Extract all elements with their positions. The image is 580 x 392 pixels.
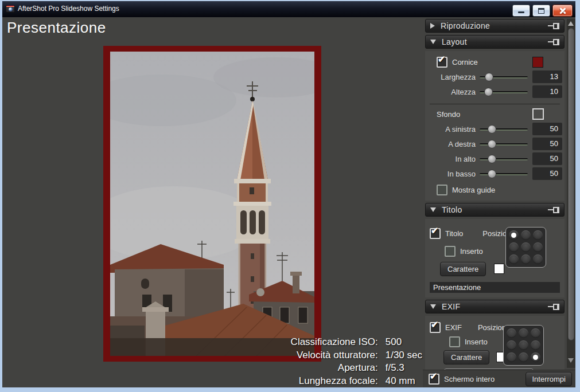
exif-position-grid — [503, 325, 544, 366]
divider — [430, 104, 560, 104]
panel-header-exif[interactable]: EXIF — [425, 300, 565, 313]
position-cell-middle-left[interactable] — [509, 242, 519, 252]
position-cell-top-center[interactable] — [521, 230, 531, 240]
a-sinistra-slider[interactable] — [480, 125, 528, 134]
a-sinistra-value[interactable]: 50 — [532, 123, 562, 135]
bottom-bar: Schermo intero Interrompi — [423, 370, 575, 387]
titolo-text-input[interactable] — [430, 282, 560, 293]
larghezza-slider[interactable] — [480, 73, 528, 81]
settings-sidebar: Riproduzione Layout Cornice Larghezza 1 — [423, 17, 567, 370]
in-basso-value[interactable]: 50 — [532, 167, 562, 180]
slider-thumb[interactable] — [488, 170, 496, 178]
position-cell-bottom-center[interactable] — [519, 352, 528, 362]
titolo-inserto-label: Inserto — [460, 247, 483, 256]
chevron-down-icon — [430, 304, 436, 309]
interrompi-button[interactable]: Interrompi — [525, 372, 572, 386]
window-content: Presentazione — [2, 17, 575, 387]
minimize-button[interactable] — [512, 5, 530, 17]
minimize-icon — [518, 11, 524, 13]
larghezza-value[interactable]: 13 — [532, 70, 562, 83]
window-controls — [512, 5, 573, 17]
pin-icon[interactable] — [548, 207, 559, 213]
panel-body-layout: Cornice Larghezza 13 Altezza 10 Sfondo — [425, 51, 565, 201]
slider-thumb[interactable] — [484, 88, 493, 96]
slideshow-title-text: Presentazione — [7, 19, 106, 37]
cornice-color-swatch[interactable] — [532, 57, 543, 68]
exif-iso-value: 500 — [386, 336, 422, 348]
panel-body-exif: EXIF Posizione Inserto Carattere Classif… — [425, 316, 565, 370]
altezza-slider[interactable] — [480, 88, 528, 96]
schermo-intero-checkbox[interactable] — [429, 374, 439, 385]
titolo-carattere-button[interactable]: Carattere — [440, 262, 486, 276]
in-alto-slider[interactable] — [480, 155, 528, 163]
exif-aperture-value: f/5.3 — [386, 362, 422, 374]
scroll-down-icon[interactable] — [568, 358, 574, 363]
slider-thumb[interactable] — [488, 140, 496, 148]
position-cell-top-right[interactable] — [533, 230, 543, 240]
position-cell-bottom-left[interactable] — [509, 254, 519, 264]
position-cell-bottom-right[interactable] — [531, 352, 540, 362]
slider-label: In alto — [430, 155, 476, 163]
pin-icon[interactable] — [548, 23, 559, 29]
pin-icon[interactable] — [548, 304, 559, 310]
a-destra-slider[interactable] — [480, 140, 528, 148]
sidebar-scrollbar[interactable] — [567, 19, 575, 368]
position-cell-middle-center[interactable] — [521, 242, 531, 252]
app-window: AfterShot Pro Slideshow Settings Present… — [0, 0, 580, 392]
titolo-inserto-checkbox[interactable] — [445, 246, 456, 257]
exif-inserto-label: Inserto — [465, 338, 488, 346]
position-cell-middle-center[interactable] — [519, 340, 528, 350]
titolo-font-color-swatch[interactable] — [494, 264, 504, 274]
scroll-up-icon[interactable] — [568, 21, 574, 26]
schermo-intero-label: Schermo intero — [444, 375, 495, 383]
in-basso-slider[interactable] — [480, 170, 528, 178]
slider-thumb[interactable] — [485, 73, 493, 81]
position-cell-top-left[interactable] — [509, 230, 519, 240]
position-cell-top-right[interactable] — [531, 328, 540, 338]
slider-thumb[interactable] — [488, 125, 496, 134]
position-cell-middle-left[interactable] — [507, 340, 516, 350]
exif-carattere-button[interactable]: Carattere — [443, 350, 489, 364]
position-cell-bottom-left[interactable] — [507, 352, 516, 362]
sfondo-color-swatch[interactable] — [532, 108, 544, 120]
position-cell-top-center[interactable] — [519, 328, 528, 338]
panel-title: Riproduzione — [441, 21, 490, 30]
titolo-checkbox[interactable] — [430, 228, 441, 239]
slider-label: A destra — [430, 140, 476, 148]
panel-header-layout[interactable]: Layout — [425, 35, 565, 49]
position-cell-middle-right[interactable] — [531, 340, 540, 350]
titlebar: AfterShot Pro Slideshow Settings — [2, 1, 575, 17]
mostra-guide-checkbox[interactable] — [437, 185, 447, 195]
close-button[interactable] — [552, 5, 573, 17]
cornice-checkbox[interactable] — [437, 57, 447, 68]
position-cell-bottom-right[interactable] — [533, 254, 543, 264]
in-alto-value[interactable]: 50 — [532, 152, 562, 165]
position-cell-top-left[interactable] — [507, 328, 516, 338]
altezza-value[interactable]: 10 — [532, 85, 562, 98]
slideshow-preview-area: Presentazione — [2, 17, 423, 387]
panel-header-riproduzione[interactable]: Riproduzione — [425, 19, 565, 33]
titolo-position-grid — [505, 227, 546, 268]
position-cell-middle-right[interactable] — [533, 242, 543, 252]
chevron-down-icon — [430, 40, 436, 44]
exif-aperture-label: Apertura: — [291, 362, 378, 374]
exif-checkbox[interactable] — [430, 322, 441, 333]
panel-header-titolo[interactable]: Titolo — [425, 203, 565, 217]
slider-thumb[interactable] — [488, 155, 496, 163]
maximize-button[interactable] — [532, 5, 550, 17]
slider-label: A sinistra — [430, 125, 476, 134]
exif-inserto-checkbox[interactable] — [449, 336, 460, 347]
scrollbar-thumb[interactable] — [568, 28, 574, 340]
a-destra-value[interactable]: 50 — [532, 138, 562, 150]
exif-shutter-value: 1/30 sec — [386, 349, 422, 362]
position-cell-bottom-center[interactable] — [521, 254, 531, 264]
slider-label: Altezza — [430, 88, 476, 96]
pin-icon[interactable] — [548, 39, 559, 45]
chevron-right-icon — [430, 23, 435, 29]
maximize-icon — [538, 8, 544, 14]
exif-focal-label: Lunghezza focale: — [291, 375, 378, 387]
exif-iso-label: Classificazione ISO: — [291, 336, 378, 348]
camera-icon — [6, 5, 15, 13]
panel-title: Titolo — [442, 205, 462, 214]
panel-title: Layout — [442, 37, 467, 46]
